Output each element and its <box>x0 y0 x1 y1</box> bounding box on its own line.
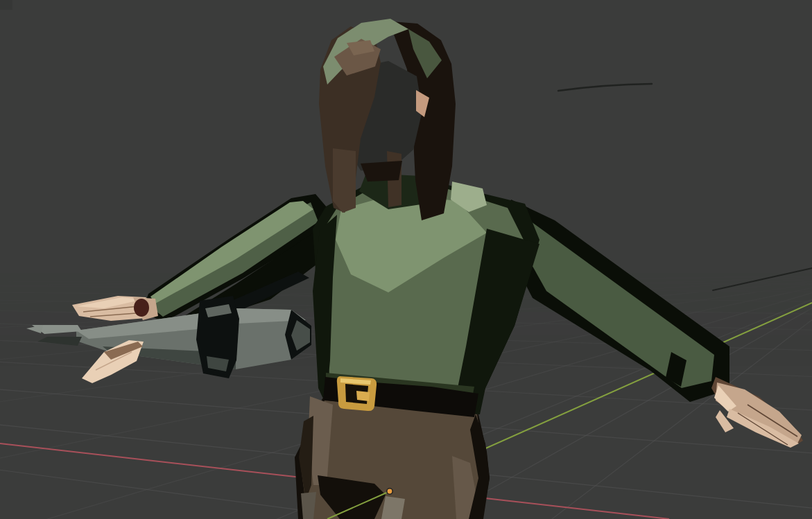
hair-strand-left <box>333 148 356 213</box>
belt-buckle-tongue <box>356 391 370 401</box>
origin-point[interactable] <box>387 489 392 494</box>
under-chin-shadow <box>361 161 402 182</box>
blender-3d-viewport[interactable] <box>0 0 812 519</box>
left-hand-grip-hollow <box>134 299 149 317</box>
viewport-corner-artifact <box>0 0 12 10</box>
